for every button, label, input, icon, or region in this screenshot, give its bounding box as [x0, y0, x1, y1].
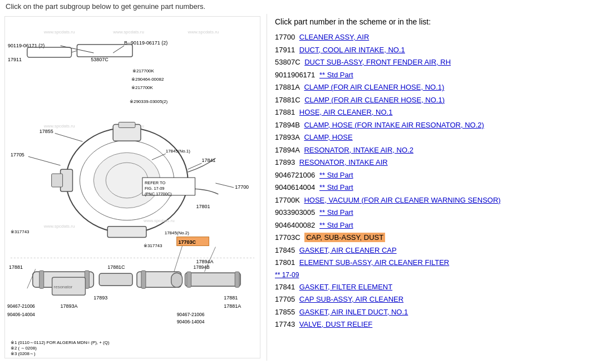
part-number: 17743 — [275, 320, 295, 328]
main-layout: www.spcdats.ru www.spcdats.ru www.spcdat… — [0, 14, 601, 361]
svg-rect-26 — [52, 174, 63, 187]
list-item: 17881 HOSE, AIR CLEANER, NO.1 — [275, 107, 593, 118]
svg-text:※217700K: ※217700K — [132, 68, 155, 73]
parts-panel: Click part number in the scheme or in th… — [267, 14, 601, 361]
part-link[interactable]: HOSE, VACUUM (FOR AIR CLEANER WARNING SE… — [304, 196, 500, 204]
part-link[interactable]: CLAMP, HOSE — [304, 133, 352, 141]
part-link-highlighted[interactable]: CAP, SUB-ASSY, DUST — [304, 233, 385, 242]
part-link[interactable]: CLAMP, HOSE (FOR INTAKE AIR RESONATOR, N… — [304, 121, 484, 129]
svg-rect-61 — [235, 272, 239, 287]
list-item: 17911 DUCT, COOL AIR INTAKE, NO.1 — [275, 45, 593, 56]
part-number: 17845 — [275, 246, 295, 254]
list-item: 53807C DUCT SUB-ASSY, FRONT FENDER AIR, … — [275, 57, 593, 68]
std-part-link[interactable]: ** Std Part — [319, 71, 353, 79]
list-item: 17700 CLEANER ASSY, AIR — [275, 32, 593, 43]
ref-link[interactable]: ** 17-09 — [275, 270, 593, 280]
part-number: 9011906171 — [275, 71, 315, 79]
svg-text:17841: 17841 — [201, 158, 215, 163]
part-link[interactable]: DUCT SUB-ASSY, FRONT FENDER AIR, RH — [304, 58, 451, 66]
part-number: 9046721006 — [275, 171, 315, 179]
svg-text:17881: 17881 — [9, 264, 23, 270]
part-number: 17801 — [275, 258, 295, 267]
part-number: 17700 — [275, 33, 295, 41]
svg-text:17705: 17705 — [11, 152, 24, 158]
svg-rect-27 — [107, 227, 146, 238]
svg-text:FIG. 17-09: FIG. 17-09 — [145, 186, 165, 191]
svg-text:www.spcdats.ru: www.spcdats.ru — [112, 29, 144, 35]
part-link[interactable]: CLAMP (FOR AIR CLEANER HOSE, NO.1) — [304, 83, 444, 91]
part-link[interactable]: DUCT, COOL AIR INTAKE, NO.1 — [299, 46, 405, 54]
part-number: 17893A — [275, 133, 300, 141]
svg-text:17700: 17700 — [235, 184, 249, 190]
list-item: 9033903005 ** Std Part — [275, 207, 593, 218]
list-item: ** 17-09 — [275, 270, 593, 280]
svg-text:※290339-03005(2): ※290339-03005(2) — [130, 99, 168, 104]
part-link[interactable]: RESONATOR, INTAKE AIR, NO.2 — [304, 146, 413, 154]
list-item: 17893A CLAMP, HOSE — [275, 132, 593, 143]
svg-text:※217700K: ※217700K — [131, 85, 154, 90]
svg-text:※2 (     ～0208): ※2 ( ～0208) — [11, 346, 37, 351]
part-link[interactable]: HOSE, AIR CLEANER, NO.1 — [299, 108, 393, 116]
part-link[interactable]: RESONATOR, INTAKE AIR — [299, 158, 388, 166]
diagram-container: www.spcdats.ru www.spcdats.ru www.spcdat… — [4, 16, 260, 358]
list-item: 17881A CLAMP (FOR AIR CLEANER HOSE, NO.1… — [275, 82, 593, 93]
part-number: 9040614004 — [275, 183, 315, 191]
list-item: 17703C CAP, SUB-ASSY, DUST — [275, 232, 593, 243]
svg-text:※317743: ※317743 — [144, 243, 162, 248]
part-number: 17911 — [275, 46, 295, 54]
list-item: 17841 GASKET, FILTER ELEMENT — [275, 282, 593, 293]
svg-text:53807C: 53807C — [91, 57, 109, 62]
std-part-link[interactable]: ** Std Part — [319, 183, 353, 191]
svg-text:www.spcdats.ru: www.spcdats.ru — [188, 29, 219, 35]
std-part-link[interactable]: ** Std Part — [319, 171, 353, 179]
svg-text:90467-21006: 90467-21006 — [177, 312, 205, 317]
svg-text:17845(No.2): 17845(No.2) — [165, 230, 190, 235]
list-item: 17855 GASKET, AIR INLET DUCT, NO.1 — [275, 307, 593, 318]
part-number: 17893 — [275, 158, 295, 166]
svg-text:90467-21006: 90467-21006 — [7, 303, 35, 309]
svg-text:www.spcdats.ru: www.spcdats.ru — [43, 29, 75, 35]
svg-rect-64 — [171, 273, 183, 287]
part-link[interactable]: CLEANER ASSY, AIR — [299, 33, 370, 41]
part-link[interactable]: VALVE, DUST RELIEF — [299, 320, 373, 328]
svg-text:17911: 17911 — [8, 57, 22, 62]
list-item: 9011906171 ** Std Part — [275, 70, 593, 81]
std-part-link[interactable]: ** Std Part — [319, 221, 353, 229]
svg-text:www.spcdats.ru: www.spcdats.ru — [143, 218, 175, 223]
part-number: 17705 — [275, 295, 295, 303]
part-number: 17894B — [275, 121, 300, 129]
part-number: 17703C — [275, 233, 300, 242]
svg-text:17881C: 17881C — [107, 264, 125, 270]
svg-text:90406-14004: 90406-14004 — [177, 319, 205, 324]
top-instruction: Click on the part subgroup below to get … — [0, 0, 601, 14]
part-number: 17881A — [275, 83, 300, 91]
svg-text:90406-14004: 90406-14004 — [7, 312, 35, 317]
part-link[interactable]: GASKET, FILTER ELEMENT — [299, 283, 392, 291]
parts-panel-title: Click part number in the scheme or in th… — [275, 17, 593, 26]
part-link[interactable]: ELEMENT SUB-ASSY, AIR CLEANER FILTER — [299, 258, 449, 267]
part-number: 53807C — [275, 58, 300, 66]
svg-rect-56 — [185, 273, 241, 286]
list-item: 17893 RESONATOR, INTAKE AIR — [275, 157, 593, 168]
svg-text:17703C: 17703C — [179, 239, 196, 245]
part-number: 9033903005 — [275, 208, 315, 217]
part-link[interactable]: GASKET, AIR CLEANER CAP — [299, 246, 397, 254]
std-part-link[interactable]: ** Std Part — [319, 208, 353, 217]
part-link[interactable]: CLAMP (FOR AIR CLEANER HOSE, NO.1) — [304, 96, 445, 104]
part-number: 17881 — [275, 108, 295, 116]
list-item: 17881C CLAMP (FOR AIR CLEANER HOSE, NO.1… — [275, 95, 593, 106]
part-link[interactable]: GASKET, AIR INLET DUCT, NO.1 — [299, 308, 408, 316]
svg-text:17894A: 17894A — [196, 259, 213, 264]
list-item: 17705 CAP SUB-ASSY, AIR CLEANER — [275, 294, 593, 305]
part-number: 9046400082 — [275, 221, 315, 229]
svg-rect-60 — [187, 272, 191, 287]
parts-list: 17700 CLEANER ASSY, AIR 17911 DUCT, COOL… — [275, 32, 593, 330]
svg-text:17881: 17881 — [224, 295, 238, 301]
diagram-panel: www.spcdats.ru www.spcdats.ru www.spcdat… — [0, 14, 267, 361]
svg-text:17845(No.1): 17845(No.1) — [166, 149, 191, 154]
svg-text:www.spcdats.ru: www.spcdats.ru — [43, 124, 75, 129]
part-link[interactable]: CAP SUB-ASSY, AIR CLEANER — [299, 295, 403, 303]
svg-rect-57 — [40, 270, 44, 288]
svg-text:17893A: 17893A — [61, 303, 78, 309]
part-number: 17855 — [275, 308, 295, 316]
